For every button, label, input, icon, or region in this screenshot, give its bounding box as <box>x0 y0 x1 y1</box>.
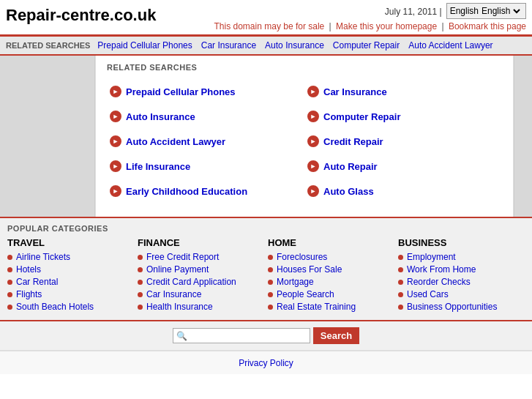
privacy-policy-link[interactable]: Privacy Policy <box>239 358 293 368</box>
search-link-item: ► Car Insurance <box>304 79 502 104</box>
category-travel: TRAVEL Airline Tickets Hotels Car Rental… <box>7 237 134 314</box>
link-car-ins[interactable]: Car Insurance <box>146 289 201 299</box>
search-link-item: ► Auto Repair <box>304 154 502 179</box>
sale-link[interactable]: This domain may be for sale <box>214 21 325 31</box>
link-south-beach[interactable]: South Beach Hotels <box>16 302 94 312</box>
link-airline[interactable]: Airline Tickets <box>16 252 70 262</box>
category-link: Foreclosures <box>268 252 394 262</box>
search-link-item: ► Early Childhood Education <box>107 179 304 204</box>
search-link-car-insurance[interactable]: Car Insurance <box>323 86 387 97</box>
dot-icon <box>268 267 273 272</box>
language-selector[interactable]: English English <box>446 3 526 19</box>
dot-icon <box>268 305 273 310</box>
dot-icon <box>7 267 12 272</box>
dot-icon <box>138 267 143 272</box>
category-finance: FINANCE Free Credit Report Online Paymen… <box>138 237 264 314</box>
link-people-search[interactable]: People Search <box>277 289 334 299</box>
search-link-computer-repair[interactable]: Computer Repair <box>323 111 400 122</box>
search-link-item: ► Auto Accident Lawyer <box>107 129 304 154</box>
category-link: Reorder Checks <box>398 277 525 287</box>
search-link-prepaid[interactable]: Prepaid Cellular Phones <box>126 86 236 97</box>
category-link: Business Opportunities <box>398 302 525 312</box>
link-used-cars[interactable]: Used Cars <box>407 289 449 299</box>
nav-link-3[interactable]: Computer Repair <box>333 40 400 51</box>
dot-icon <box>7 255 12 260</box>
separator2: | <box>441 21 446 31</box>
search-link-auto-insurance[interactable]: Auto Insurance <box>126 111 195 122</box>
nav-link-0[interactable]: Prepaid Cellular Phones <box>97 40 192 51</box>
link-employment[interactable]: Employment <box>407 252 456 262</box>
search-wrapper: 🔍 <box>173 328 310 343</box>
dot-icon <box>7 280 12 285</box>
dot-icon <box>7 305 12 310</box>
nav-link-1[interactable]: Car Insurance <box>201 40 256 51</box>
search-link-item: ► Life Insurance <box>107 154 304 179</box>
footer: Privacy Policy <box>0 351 532 374</box>
search-links-grid: ► Prepaid Cellular Phones ► Car Insuranc… <box>107 79 502 204</box>
category-link: People Search <box>268 289 394 299</box>
dot-icon <box>398 255 403 260</box>
search-link-item: ► Auto Glass <box>304 179 502 204</box>
search-link-auto-glass[interactable]: Auto Glass <box>323 186 374 197</box>
arrow-icon: ► <box>110 160 121 172</box>
nav-link-4[interactable]: Auto Accident Lawyer <box>408 40 492 51</box>
category-link: Used Cars <box>398 289 525 299</box>
lang-dropdown[interactable]: English <box>479 5 522 17</box>
nav-related-label: RELATED SEARCHES <box>6 41 90 50</box>
main-area: RELATED SEARCHES ► Prepaid Cellular Phon… <box>0 56 532 218</box>
category-link: Houses For Sale <box>268 264 394 275</box>
link-mortgage[interactable]: Mortgage <box>277 277 314 287</box>
nav-bar: RELATED SEARCHES Prepaid Cellular Phones… <box>0 37 532 56</box>
search-link-item: ► Computer Repair <box>304 104 502 129</box>
category-link: Free Credit Report <box>138 252 264 262</box>
link-work-from-home[interactable]: Work From Home <box>407 264 476 275</box>
category-home: HOME Foreclosures Houses For Sale Mortga… <box>268 237 394 314</box>
category-link: Car Rental <box>7 277 134 287</box>
link-health-ins[interactable]: Health Insurance <box>146 302 213 312</box>
link-foreclosures[interactable]: Foreclosures <box>277 252 327 262</box>
search-link-early-childhood[interactable]: Early Childhood Education <box>126 186 247 197</box>
link-free-credit[interactable]: Free Credit Report <box>146 252 219 262</box>
search-link-auto-repair[interactable]: Auto Repair <box>323 161 378 172</box>
dot-icon <box>138 255 143 260</box>
search-link-item: ► Auto Insurance <box>107 104 304 129</box>
arrow-icon: ► <box>307 111 319 122</box>
dot-icon <box>138 305 143 310</box>
link-hotels[interactable]: Hotels <box>16 264 41 275</box>
search-input[interactable] <box>190 330 307 341</box>
nav-link-2[interactable]: Auto Insurance <box>265 40 324 51</box>
arrow-icon: ► <box>307 160 319 172</box>
arrow-icon: ► <box>110 185 121 197</box>
bookmark-link[interactable]: Bookmark this page <box>449 21 526 31</box>
link-real-estate[interactable]: Real Estate Training <box>277 302 356 312</box>
category-link: Flights <box>7 289 134 299</box>
search-link-auto-accident[interactable]: Auto Accident Lawyer <box>126 136 225 147</box>
link-reorder-checks[interactable]: Reorder Checks <box>407 277 471 287</box>
dot-icon <box>398 305 403 310</box>
related-searches-heading: RELATED SEARCHES <box>107 63 502 72</box>
link-biz-opportunities[interactable]: Business Opportunities <box>407 302 497 312</box>
link-car-rental[interactable]: Car Rental <box>16 277 58 287</box>
separator: | <box>329 21 331 31</box>
link-online-payment[interactable]: Online Payment <box>146 264 209 275</box>
left-sidebar <box>0 56 95 217</box>
search-link-life-insurance[interactable]: Life Insurance <box>126 161 190 172</box>
dot-icon <box>398 267 403 272</box>
center-content: RELATED SEARCHES ► Prepaid Cellular Phon… <box>95 56 514 217</box>
category-link: Mortgage <box>268 277 394 287</box>
dot-icon <box>268 292 273 297</box>
link-houses[interactable]: Houses For Sale <box>277 264 342 275</box>
search-link-credit-repair[interactable]: Credit Repair <box>323 136 383 147</box>
category-link: Car Insurance <box>138 289 264 299</box>
search-link-item: ► Credit Repair <box>304 129 502 154</box>
category-title-finance: FINANCE <box>138 237 264 248</box>
link-credit-card[interactable]: Credit Card Application <box>146 277 236 287</box>
date-text: July 11, 2011 | <box>385 7 442 17</box>
lang-label: English <box>450 6 479 16</box>
link-flights[interactable]: Flights <box>16 289 42 299</box>
search-link-item: ► Prepaid Cellular Phones <box>107 79 304 104</box>
arrow-icon: ► <box>307 86 319 97</box>
homepage-link[interactable]: Make this your homepage <box>336 21 437 31</box>
popular-heading: POPULAR CATEGORIES <box>7 224 525 233</box>
search-button[interactable]: Search <box>313 327 359 344</box>
